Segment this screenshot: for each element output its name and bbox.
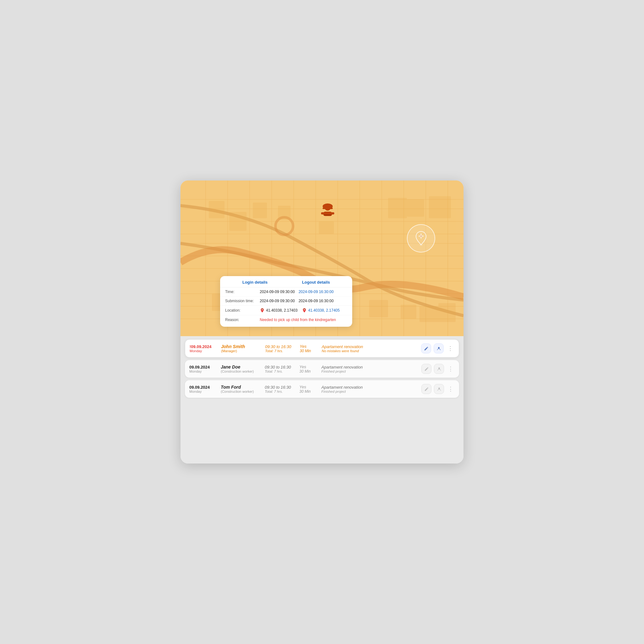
col-date-1: !09.09.2024 Monday <box>190 344 221 353</box>
project-sub-3: Finished project <box>321 390 419 393</box>
col-name-1: John Smith (Manager) <box>221 344 265 353</box>
svg-rect-26 <box>253 203 267 218</box>
face-button-1[interactable] <box>434 343 444 353</box>
edit-button-3[interactable] <box>421 384 431 394</box>
break-min-3: 30 Min <box>299 389 321 394</box>
location-row: Location: 41.40338, 2.17403 41.40338, 2.… <box>220 306 352 315</box>
svg-rect-50 <box>421 238 421 239</box>
col-break-3: Yes 30 Min <box>299 385 321 394</box>
svg-rect-35 <box>419 306 441 322</box>
col-time-3: 09:30 to 16:30 Total: 7 hrs. <box>265 385 299 393</box>
list-row-2[interactable]: 09.09.2024 Monday Jane Doe (Construction… <box>185 360 459 378</box>
project-main-2: Apartament renovation <box>321 365 419 369</box>
logout-time: 2024-09-09 16:30:00 <box>298 290 333 294</box>
name-sub-1: (Manager) <box>221 349 265 353</box>
edit-icon-3 <box>424 387 429 391</box>
col-actions-1: ⋮ <box>421 343 454 353</box>
project-main-3: Apartament renovation <box>321 385 419 390</box>
worker-pin <box>319 201 337 223</box>
login-location[interactable]: 41.40338, 2.17403 <box>260 308 297 313</box>
more-button-1[interactable]: ⋮ <box>446 345 454 352</box>
reason-row: Reason: Needed to pick up child from the… <box>220 315 352 324</box>
svg-point-55 <box>420 244 422 245</box>
edit-icon-1 <box>424 346 429 351</box>
map-pin-icon-login <box>260 308 265 313</box>
name-main-3: Tom Ford <box>221 385 265 390</box>
svg-point-58 <box>438 387 440 389</box>
time-sub-1: Total: 7 hrs. <box>265 349 300 353</box>
face-icon-2 <box>437 367 441 371</box>
logout-submission: 2024-09-09 16:30:00 <box>298 299 333 303</box>
svg-rect-34 <box>401 305 416 319</box>
face-button-3[interactable] <box>434 384 444 394</box>
more-button-2[interactable]: ⋮ <box>447 365 455 372</box>
list-section: !09.09.2024 Monday John Smith (Manager) … <box>180 336 464 464</box>
project-main-1: Apartament renovation <box>322 344 419 349</box>
break-yes-3: Yes <box>299 385 321 389</box>
col-break-1: Yes 30 Min <box>300 344 322 353</box>
detail-card: Login details Logout details Time: 2024-… <box>220 276 352 327</box>
edit-button-1[interactable] <box>421 343 431 353</box>
svg-rect-30 <box>407 199 424 217</box>
svg-rect-33 <box>369 300 388 317</box>
svg-rect-45 <box>331 212 334 214</box>
svg-rect-29 <box>388 198 407 218</box>
date-alert: ! <box>190 344 191 349</box>
svg-rect-53 <box>420 233 421 234</box>
more-button-3[interactable]: ⋮ <box>447 386 455 392</box>
time-row: Time: 2024-09-09 09:30:00 2024-09-09 16:… <box>220 287 352 297</box>
date-sub-2: Monday <box>189 369 221 373</box>
login-location-coords: 41.40338, 2.17403 <box>266 308 297 313</box>
map-pin-icon-logout <box>302 308 307 313</box>
list-row-1[interactable]: !09.09.2024 Monday John Smith (Manager) … <box>185 339 459 358</box>
col-project-2: Apartament renovation Finished project <box>321 365 419 373</box>
logout-location[interactable]: 41.40338, 2.17405 <box>302 308 340 313</box>
reason-value: Needed to pick up child from the kindreg… <box>260 318 336 322</box>
time-sub-2: Total: 7 hrs. <box>265 369 299 373</box>
face-button-2[interactable] <box>434 364 444 374</box>
break-yes-1: Yes <box>300 344 322 349</box>
col-time-1: 09:30 to 16:30 Total: 7 hrs. <box>265 344 300 353</box>
svg-rect-46 <box>324 214 331 215</box>
svg-rect-25 <box>229 212 247 231</box>
login-submission: 2024-09-09 09:30:00 <box>260 299 295 303</box>
svg-rect-31 <box>429 196 451 218</box>
name-main-2: Jane Doe <box>221 364 265 369</box>
svg-rect-24 <box>209 201 225 218</box>
list-row-3[interactable]: 09.09.2024 Monday Tom Ford (Construction… <box>185 380 459 398</box>
break-min-1: 30 Min <box>300 349 322 353</box>
edit-button-2[interactable] <box>421 364 431 374</box>
date-main-2: 09.09.2024 <box>189 365 221 369</box>
face-icon-1 <box>436 346 441 351</box>
break-min-2: 30 Min <box>299 369 321 374</box>
time-label: Time: <box>225 290 260 294</box>
col-time-2: 09:30 to 16:30 Total: 7 hrs. <box>265 365 299 373</box>
date-main-1: !09.09.2024 <box>190 344 221 349</box>
detail-card-header: Login details Logout details <box>220 276 352 287</box>
submission-label: Submission time: <box>225 299 260 303</box>
reason-label: Reason: <box>225 318 260 322</box>
edit-icon-2 <box>424 367 429 371</box>
svg-rect-51 <box>419 236 419 236</box>
time-main-3: 09:30 to 16:30 <box>265 385 299 390</box>
submission-row: Submission time: 2024-09-09 09:30:00 202… <box>220 297 352 306</box>
date-main-3: 09.09.2024 <box>189 385 221 390</box>
svg-rect-36 <box>438 303 456 322</box>
name-main-1: John Smith <box>221 344 265 349</box>
col-project-1: Apartament renovation No mistakes were f… <box>322 344 419 353</box>
svg-point-42 <box>325 204 331 211</box>
logout-location-coords: 41.40338, 2.17405 <box>308 308 340 313</box>
col-actions-2: ⋮ <box>421 364 455 374</box>
col-break-2: Yes 30 Min <box>299 364 321 374</box>
name-sub-2: (Construction worker) <box>221 369 265 373</box>
col-name-3: Tom Ford (Construction worker) <box>221 385 265 393</box>
svg-point-48 <box>420 235 422 237</box>
project-sub-1: No mistakes were found <box>322 349 419 353</box>
project-sub-2: Finished project <box>321 369 419 373</box>
login-header: Login details <box>242 280 268 285</box>
login-time: 2024-09-09 09:30:00 <box>260 290 295 294</box>
svg-rect-44 <box>321 212 324 214</box>
logout-header: Logout details <box>302 280 330 285</box>
app-container: Login details Logout details Time: 2024-… <box>180 180 464 464</box>
gear-location-pin[interactable] <box>407 224 435 253</box>
